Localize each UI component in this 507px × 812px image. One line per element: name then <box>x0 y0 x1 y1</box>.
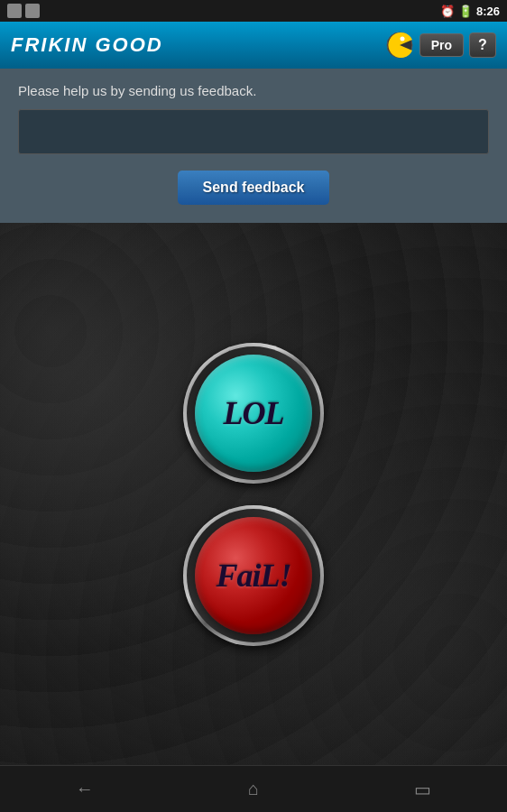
header-right: Pro ? <box>385 31 496 60</box>
back-nav-button[interactable]: ← <box>67 771 103 807</box>
alarm-icon: ⏰ <box>440 5 455 18</box>
send-feedback-button[interactable]: Send feedback <box>178 171 330 205</box>
help-button[interactable]: ? <box>469 32 496 58</box>
fail-button[interactable]: FaiL! <box>190 512 317 639</box>
svg-point-1 <box>400 37 404 42</box>
fail-button-label: FaiL! <box>216 557 290 595</box>
pacman-icon <box>385 31 414 60</box>
lol-button-label: LOL <box>224 394 284 432</box>
fail-button-inner: FaiL! <box>195 517 312 634</box>
feedback-input[interactable] <box>18 109 489 154</box>
battery-icon: 🔋 <box>458 5 473 18</box>
lol-button-inner: LOL <box>195 355 312 472</box>
app-header: FRiKiN GooD Pro ? <box>0 22 507 69</box>
app-title: FRiKiN GooD <box>11 33 163 57</box>
status-right-icons: ⏰ 🔋 8:26 <box>440 5 500 18</box>
main-content: LOL FaiL! <box>0 223 507 765</box>
status-left-icons <box>7 4 40 18</box>
recent-nav-button[interactable]: ▭ <box>404 771 440 807</box>
app-icon-2 <box>25 4 40 18</box>
status-time: 8:26 <box>476 5 500 18</box>
nav-bar: ← ⌂ ▭ <box>0 765 507 812</box>
lol-button[interactable]: LOL <box>190 350 317 476</box>
feedback-panel: Please help us by sending us feedback. S… <box>0 69 507 223</box>
pro-button[interactable]: Pro <box>419 33 464 57</box>
feedback-description: Please help us by sending us feedback. <box>18 83 489 98</box>
status-bar: ⏰ 🔋 8:26 <box>0 0 507 22</box>
app-icon-1 <box>7 4 22 18</box>
home-nav-button[interactable]: ⌂ <box>235 771 272 807</box>
